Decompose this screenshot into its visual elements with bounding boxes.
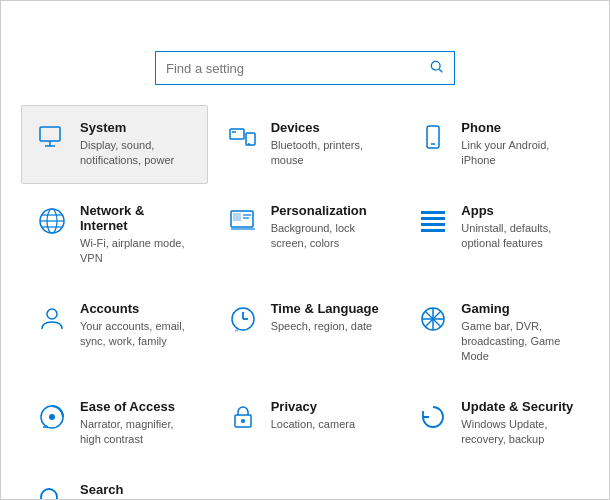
personalization-icon	[225, 203, 261, 239]
phone-title: Phone	[461, 120, 576, 135]
ease-title: Ease of Access	[80, 399, 195, 414]
privacy-title: Privacy	[271, 399, 355, 414]
svg-rect-24	[421, 229, 445, 232]
settings-item-gaming[interactable]: Gaming Game bar, DVR, broadcasting, Game…	[402, 286, 589, 380]
accounts-title: Accounts	[80, 301, 195, 316]
devices-title: Devices	[271, 120, 386, 135]
settings-content: System Display, sound, notifications, po…	[1, 33, 609, 500]
accounts-icon	[34, 301, 70, 337]
search-icon	[34, 482, 70, 500]
svg-point-25	[47, 309, 57, 319]
settings-item-network[interactable]: Network & Internet Wi-Fi, airplane mode,…	[21, 188, 208, 282]
apps-title: Apps	[461, 203, 576, 218]
update-title: Update & Security	[461, 399, 576, 414]
settings-item-system[interactable]: System Display, sound, notifications, po…	[21, 105, 208, 184]
system-desc: Display, sound, notifications, power	[80, 138, 195, 169]
title-bar	[1, 1, 609, 33]
search-title: Search	[80, 482, 195, 497]
personalization-desc: Background, lock screen, colors	[271, 221, 386, 252]
time-icon: A	[225, 301, 261, 337]
svg-rect-23	[421, 223, 445, 226]
settings-item-personalization[interactable]: Personalization Background, lock screen,…	[212, 188, 399, 282]
svg-text:A: A	[235, 327, 239, 333]
apps-icon	[415, 203, 451, 239]
settings-grid: System Display, sound, notifications, po…	[21, 105, 589, 500]
minimize-button[interactable]	[463, 1, 509, 33]
svg-rect-2	[40, 127, 60, 141]
settings-item-update[interactable]: Update & Security Windows Update, recove…	[402, 384, 589, 463]
settings-item-ease[interactable]: Ease of Access Narrator, magnifier, high…	[21, 384, 208, 463]
network-icon	[34, 203, 70, 239]
devices-icon	[225, 120, 261, 156]
svg-point-36	[49, 414, 55, 420]
settings-item-apps[interactable]: Apps Uninstall, defaults, optional featu…	[402, 188, 589, 282]
gaming-icon	[415, 301, 451, 337]
gaming-desc: Game bar, DVR, broadcasting, Game Mode	[461, 319, 576, 365]
gaming-title: Gaming	[461, 301, 576, 316]
svg-point-39	[241, 419, 245, 423]
svg-rect-5	[230, 129, 244, 139]
svg-point-0	[431, 61, 440, 70]
close-button[interactable]	[555, 1, 601, 33]
ease-desc: Narrator, magnifier, high contrast	[80, 417, 195, 448]
update-desc: Windows Update, recovery, backup	[461, 417, 576, 448]
network-title: Network & Internet	[80, 203, 195, 233]
settings-item-accounts[interactable]: Accounts Your accounts, email, sync, wor…	[21, 286, 208, 380]
time-title: Time & Language	[271, 301, 379, 316]
search-input[interactable]	[166, 61, 430, 76]
devices-desc: Bluetooth, printers, mouse	[271, 138, 386, 169]
settings-item-time[interactable]: A Time & Language Speech, region, date	[212, 286, 399, 380]
search-bar[interactable]	[155, 51, 455, 85]
personalization-title: Personalization	[271, 203, 386, 218]
svg-rect-6	[246, 133, 255, 145]
settings-item-devices[interactable]: Devices Bluetooth, printers, mouse	[212, 105, 399, 184]
privacy-desc: Location, camera	[271, 417, 355, 432]
title-bar-controls	[463, 1, 601, 33]
phone-icon	[415, 120, 451, 156]
accounts-desc: Your accounts, email, sync, work, family	[80, 319, 195, 350]
settings-item-privacy[interactable]: Privacy Location, camera	[212, 384, 399, 463]
apps-desc: Uninstall, defaults, optional features	[461, 221, 576, 252]
svg-rect-21	[421, 211, 445, 214]
network-desc: Wi-Fi, airplane mode, VPN	[80, 236, 195, 267]
svg-rect-22	[421, 217, 445, 220]
settings-item-phone[interactable]: Phone Link your Android, iPhone	[402, 105, 589, 184]
update-icon	[415, 399, 451, 435]
svg-point-40	[41, 489, 57, 500]
phone-desc: Link your Android, iPhone	[461, 138, 576, 169]
privacy-icon	[225, 399, 261, 435]
svg-line-1	[439, 69, 442, 72]
settings-item-search[interactable]: Search Language, permissions, history	[21, 467, 208, 500]
ease-icon	[34, 399, 70, 435]
svg-rect-17	[233, 213, 241, 221]
maximize-button[interactable]	[509, 1, 555, 33]
search-icon	[430, 60, 444, 77]
system-title: System	[80, 120, 195, 135]
system-icon	[34, 120, 70, 156]
time-desc: Speech, region, date	[271, 319, 379, 334]
